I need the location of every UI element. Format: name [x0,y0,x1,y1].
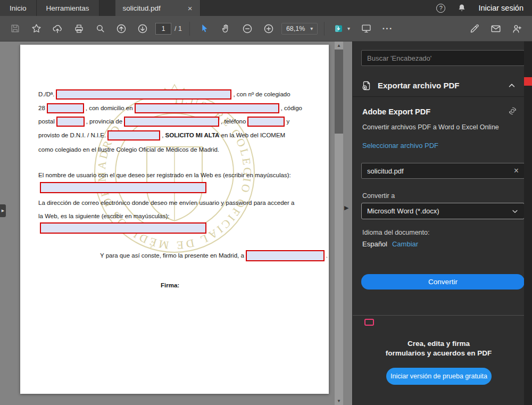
print-icon[interactable] [70,20,88,38]
doc-line-9: Y para que así conste, firmo la presente… [100,250,328,261]
export-description: Convertir archivos PDF a Word o Excel On… [362,123,519,131]
doc-text: la Web, es la siguiente (escribir en may… [38,213,170,219]
more-dots: ··· [382,23,393,34]
zoom-level-value: 68,1% [286,25,305,32]
hand-tool-icon[interactable] [217,20,235,38]
doc-line-4: provisto de D.N.I. / N.I.E. , SOLICITO M… [38,129,285,141]
right-panel-toggle[interactable]: ▶ [344,204,348,211]
left-panel-toggle[interactable]: ▶ [0,204,6,217]
toolbar: / 1 68,1% ▾ ▾ ··· [0,16,532,42]
change-language-link[interactable]: Cambiar [392,240,418,248]
chevron-down-icon: ▾ [310,26,313,31]
export-pdf-tool-icon[interactable]: ▾ [330,20,354,38]
tab-home-label: Inicio [10,4,27,12]
previous-page-icon[interactable] [112,20,130,38]
star-icon[interactable] [27,20,45,38]
field-telefono[interactable] [247,117,285,127]
doc-text: Y para que así conste, firmo la presente… [100,252,244,259]
document-scrollbar-thumb[interactable] [335,49,343,134]
format-dropdown[interactable]: Microsoft Word (*.docx) [361,203,525,219]
scroll-down-icon[interactable]: ▼ [335,397,343,405]
format-value: Microsoft Word (*.docx) [367,207,511,215]
search-tools-input[interactable] [361,50,525,66]
adobe-export-pdf-title: Adobe Export PDF [362,108,430,116]
share-person-icon[interactable] [508,20,526,38]
fill-sign-icon[interactable] [466,20,484,38]
doc-line-3: postal , provincia de , teléfono y [38,115,289,127]
convert-to-label: Convertir a [362,192,395,200]
document-scrollbar[interactable]: ▲ ▼ [335,42,343,405]
scroll-up-icon[interactable]: ▲ [335,42,343,49]
doc-text: El nombre de usuario con el que deseo se… [38,172,291,178]
doc-line-1: D./Dª. , con nº de colegiado [38,88,290,100]
online-service-icon [508,106,517,115]
clear-file-icon[interactable]: × [514,167,519,175]
help-icon[interactable]: ? [436,4,445,13]
notifications-bell-icon[interactable] [457,3,467,13]
promo-partial-icon [364,319,374,326]
presentation-mode-icon[interactable] [357,20,375,38]
chevron-down-icon [511,208,519,215]
close-tab-icon[interactable]: × [188,4,193,12]
chevron-up-icon[interactable] [508,81,516,90]
doc-text: , código [281,105,302,111]
document-language-row: Español Cambiar [362,240,418,248]
select-tool-icon[interactable] [196,20,214,38]
sign-in-button[interactable]: Iniciar sesión [478,4,523,12]
doc-line-7: La dirección de correo electrónico donde… [38,197,294,209]
panel-scrollbar-thumb[interactable] [524,77,532,86]
convert-button[interactable]: Convertir [361,274,525,290]
field-nombre[interactable] [56,89,231,100]
panel-scrollbar[interactable] [524,42,532,405]
field-domicilio[interactable] [135,103,279,113]
doc-text: en la Web del ICOMEM [219,132,285,138]
doc-text: y [286,118,289,125]
export-pdf-section-header[interactable]: Exportar archivo PDF [353,75,525,97]
zoom-in-icon[interactable] [260,20,278,38]
doc-text: , provincia de [86,118,122,125]
field-usuario-web[interactable] [40,182,206,193]
doc-text-bold: SOLICITO MI ALTA [165,132,220,138]
export-pdf-section-title: Exportar archivo PDF [378,81,508,90]
tab-bar-spacer [201,0,437,16]
cloud-upload-icon[interactable] [48,20,66,38]
field-dni[interactable] [107,130,160,140]
field-num-colegiado[interactable] [47,103,84,113]
tab-bar-right: ? Iniciar sesión [436,0,532,16]
chevron-down-icon: ▾ [347,26,350,31]
tab-home[interactable]: Inicio [0,0,37,16]
tab-tools[interactable]: Herramientas [37,0,99,16]
zoom-out-icon[interactable] [238,20,256,38]
search-icon[interactable] [91,20,109,38]
share-email-icon[interactable] [487,20,505,38]
export-pdf-icon [361,80,372,91]
field-provincia[interactable] [124,117,219,127]
start-free-trial-button[interactable]: Iniciar versión de prueba gratuita [386,368,492,385]
selected-file-box[interactable]: solicitud.pdf × [361,163,525,179]
more-tools-icon[interactable]: ··· [378,20,396,38]
page-number-input[interactable] [155,23,171,35]
doc-text: , teléfono [221,118,246,125]
doc-text: , con domicilio en [86,105,133,111]
doc-line-6: El nombre de usuario con el que deseo se… [38,169,291,181]
field-fecha[interactable] [246,250,325,261]
acrobat-window: Inicio Herramientas solicitud.pdf × ? In… [0,0,532,405]
doc-text: como colegiado en el Ilustre Colegio Ofi… [38,146,219,153]
promo-text-line2: formularios y acuerdos en PDF [353,349,525,357]
tab-gap [99,0,115,16]
tab-document[interactable]: solicitud.pdf × [115,0,201,16]
save-icon[interactable] [6,20,24,38]
field-email[interactable] [40,222,206,234]
field-codigo-postal[interactable] [56,117,85,127]
toolbar-divider [189,22,190,36]
select-pdf-file-link[interactable]: Seleccionar archivo PDF [362,142,438,150]
next-page-icon[interactable] [134,20,152,38]
tab-document-label: solicitud.pdf [123,4,161,12]
page-total-label: / 1 [174,25,182,32]
doc-text: postal [38,118,55,125]
export-pdf-panel: Exportar archivo PDF Adobe Export PDF Co… [352,42,532,405]
doc-line-5: como colegiado en el Ilustre Colegio Ofi… [38,144,219,155]
document-language-label: Idioma del documento: [362,229,429,236]
zoom-level-dropdown[interactable]: 68,1% ▾ [281,23,318,35]
promo-text-line1: Crea, edita y firma [353,340,525,348]
